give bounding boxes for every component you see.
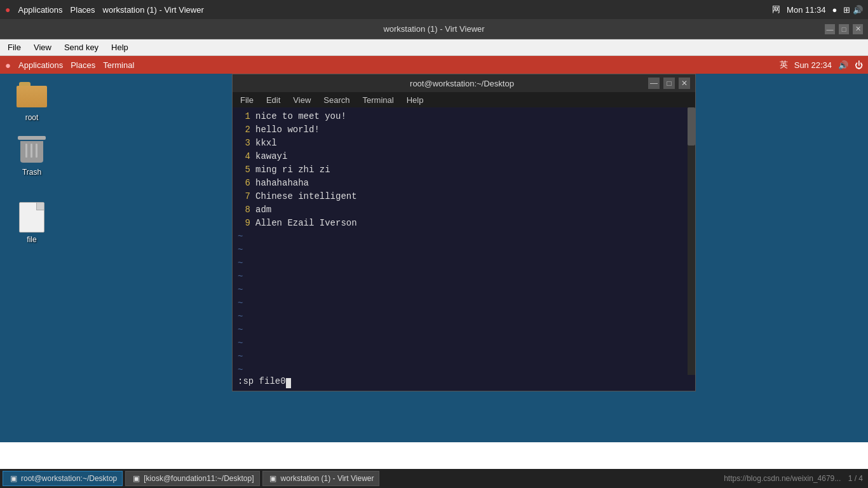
terminal-titlebar: root@workstation:~/Desktop — □ ✕ (233, 74, 695, 92)
terminal-line-3: 3 kkxl (238, 137, 690, 150)
terminal-content[interactable]: 1 nice to meet you! 2 hello world! 3 kkx… (233, 107, 695, 375)
virt-maximize-button[interactable]: □ (839, 24, 849, 34)
inner-app-icon: ● (5, 60, 11, 71)
virt-menu-file[interactable]: File (3, 41, 26, 53)
virt-viewer-window: workstation (1) - Virt Viewer — □ ✕ File… (0, 19, 868, 442)
file-icon (17, 202, 47, 233)
terminal-menubar: File Edit View Search Terminal Help (233, 92, 695, 107)
terminal-line-4: 4 kawayi (238, 150, 690, 163)
desktop-icons: root Trash (0, 74, 102, 442)
outer-topbar-left: ● Applications Places workstation (1) - … (5, 4, 204, 15)
virt-menu-sendkey[interactable]: Send key (59, 41, 104, 53)
tilde-line: ~ (238, 257, 690, 270)
terminal-line-9: 9 Allen Ezail Iverson (238, 217, 690, 230)
url-text: https://blog.csdn.ne/weixin_4679... (724, 474, 841, 483)
page-counter: 1 / 4 (848, 474, 863, 483)
icon-label-root: root (25, 113, 39, 122)
terminal-cmd-line[interactable]: :sp file0 (233, 375, 695, 391)
cursor (286, 378, 291, 388)
outer-places[interactable]: Places (71, 5, 95, 15)
terminal-line-2: 2 hello world! (238, 123, 690, 137)
cmd-text: :sp file0 (238, 376, 286, 386)
terminal-window: root@workstation:~/Desktop — □ ✕ File Ed… (232, 74, 696, 391)
virt-titlebar-title: workstation (1) - Virt Viewer (43, 24, 825, 34)
tilde-line: ~ (238, 310, 690, 323)
terminal-line-5: 5 ming ri zhi zi (238, 163, 690, 177)
desktop: root Trash (0, 74, 868, 442)
terminal-line-7: 7 Chinese intelligent (238, 190, 690, 203)
folder-icon-root (17, 80, 47, 111)
tilde-line: ~ (238, 270, 690, 283)
terminal-menu-help[interactable]: Help (402, 94, 429, 106)
desktop-icon-file[interactable]: file (6, 202, 57, 244)
terminal-menu-edit[interactable]: Edit (261, 94, 285, 106)
tilde-line: ~ (238, 283, 690, 297)
icon-label-trash: Trash (22, 168, 41, 177)
terminal-menu-view[interactable]: View (288, 94, 316, 106)
virt-task-icon: ▣ (268, 473, 278, 484)
inner-topbar: ● Applications Places Terminal 英 Sun 22:… (0, 56, 868, 74)
taskbar-item-virt[interactable]: ▣ workstation (1) - Virt Viewer (262, 471, 380, 486)
tilde-line: ~ (238, 230, 690, 243)
virt-menu-view[interactable]: View (29, 41, 57, 53)
taskbar-item-kiosk[interactable]: ▣ [kiosk@foundation11:~/Desktop] (125, 471, 259, 486)
outer-sysicons: ⊞ 🔊 (843, 5, 863, 15)
taskbar: ▣ root@workstation:~/Desktop ▣ [kiosk@fo… (0, 469, 868, 488)
outer-topbar: ● Applications Places workstation (1) - … (0, 0, 868, 19)
terminal-title: root@workstation:~/Desktop (276, 79, 648, 88)
terminal-line-8: 8 adm (238, 203, 690, 217)
kiosk-task-label: [kiosk@foundation11:~/Desktop] (144, 474, 254, 483)
inner-places[interactable]: Places (71, 60, 95, 70)
inner-terminal[interactable]: Terminal (103, 60, 134, 70)
inner-applications[interactable]: Applications (18, 60, 63, 70)
outer-app-icon: ● (5, 4, 10, 15)
inner-topbar-right: 英 Sun 22:34 🔊 ⏻ (780, 59, 863, 71)
terminal-menu-search[interactable]: Search (318, 94, 355, 106)
tilde-line: ~ (238, 350, 690, 363)
trash-icon (17, 135, 47, 165)
inner-lang: 英 (780, 59, 788, 71)
terminal-task-icon: ▣ (8, 473, 18, 484)
terminal-titlebar-controls: — □ ✕ (648, 78, 690, 89)
tilde-line: ~ (238, 323, 690, 337)
outer-topbar-right: 网 Mon 11:34 ● ⊞ 🔊 (772, 4, 863, 15)
virt-task-label: workstation (1) - Virt Viewer (281, 474, 374, 483)
outer-time: Mon 11:34 (787, 5, 825, 15)
terminal-line-1: 1 nice to meet you! (238, 110, 690, 123)
inner-power-icon[interactable]: ⏻ (855, 60, 863, 70)
terminal-line-6: 6 hahahahaha (238, 177, 690, 190)
tilde-line: ~ (238, 337, 690, 350)
desktop-icon-trash[interactable]: Trash (6, 135, 57, 177)
virt-titlebar: workstation (1) - Virt Viewer — □ ✕ (0, 19, 868, 39)
scrollbar-thumb (688, 107, 695, 146)
taskbar-items: ▣ root@workstation:~/Desktop ▣ [kiosk@fo… (3, 471, 379, 486)
virt-menubar: File View Send key Help (0, 39, 868, 56)
terminal-minimize-button[interactable]: — (648, 78, 660, 89)
inner-sound-icon[interactable]: 🔊 (838, 60, 848, 70)
outer-applications[interactable]: Applications (18, 5, 62, 15)
outer-network-icon: 网 (772, 4, 780, 15)
terminal-menu-terminal[interactable]: Terminal (358, 94, 399, 106)
virt-close-button[interactable]: ✕ (853, 24, 863, 34)
tilde-line: ~ (238, 243, 690, 257)
virt-titlebar-controls: — □ ✕ (825, 24, 863, 34)
terminal-task-label: root@workstation:~/Desktop (21, 474, 117, 483)
inner-topbar-left: ● Applications Places Terminal (5, 60, 134, 71)
virt-minimize-button[interactable]: — (825, 24, 835, 34)
taskbar-item-terminal[interactable]: ▣ root@workstation:~/Desktop (3, 471, 123, 486)
outer-window-title: workstation (1) - Virt Viewer (103, 5, 204, 15)
outer-dot: ● (832, 5, 837, 15)
terminal-close-button[interactable]: ✕ (679, 78, 690, 89)
tilde-line: ~ (238, 363, 690, 375)
taskbar-right: https://blog.csdn.ne/weixin_4679... 1 / … (724, 474, 865, 483)
desktop-icon-root[interactable]: root (6, 80, 57, 122)
terminal-scrollbar[interactable] (688, 107, 695, 375)
terminal-maximize-button[interactable]: □ (663, 78, 675, 89)
inner-time: Sun 22:34 (794, 60, 832, 70)
icon-label-file: file (27, 235, 36, 244)
virt-menu-help[interactable]: Help (106, 41, 133, 53)
terminal-menu-file[interactable]: File (235, 94, 259, 106)
kiosk-task-icon: ▣ (131, 473, 141, 484)
tilde-line: ~ (238, 297, 690, 310)
